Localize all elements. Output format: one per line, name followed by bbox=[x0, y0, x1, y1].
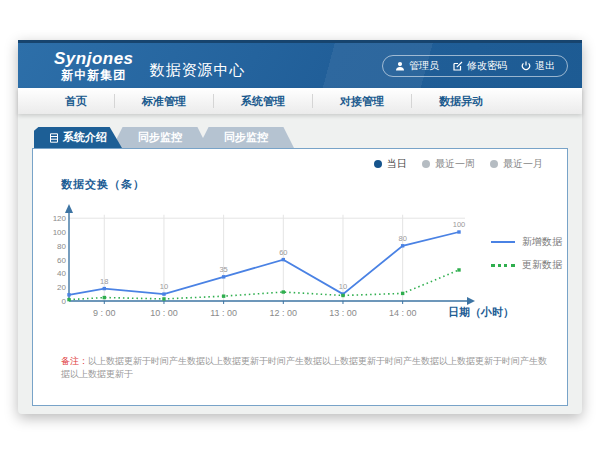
chart-series-line-1 bbox=[69, 270, 459, 300]
line-chart-svg: 0204060801001209 : 0010 : 0011 : 0012 : … bbox=[53, 198, 493, 328]
chart-legend: 新增数据更新数据 bbox=[491, 235, 562, 272]
user-menu-item-label: 管理员 bbox=[409, 59, 439, 73]
tab-bar: 系统介绍同步监控同步监控 bbox=[32, 127, 568, 148]
chart-point-value-label: 80 bbox=[398, 234, 406, 243]
filter-radio-2[interactable]: 最近一月 bbox=[490, 157, 543, 171]
tab-1[interactable]: 同步监控 bbox=[112, 127, 208, 148]
chart-data-point bbox=[282, 258, 285, 261]
footnote-label: 备注： bbox=[61, 356, 88, 366]
chart-data-point bbox=[341, 294, 344, 297]
chart-y-tick-label: 20 bbox=[57, 283, 66, 292]
nav-item-4[interactable]: 数据异动 bbox=[412, 94, 510, 108]
chart-y-tick-label: 0 bbox=[62, 297, 67, 306]
chart-y-tick-label: 120 bbox=[53, 214, 67, 223]
chart-data-point bbox=[222, 275, 225, 278]
chart-data-point bbox=[103, 296, 106, 299]
chart-x-tick-label: 10 : 00 bbox=[150, 308, 178, 318]
tab-label: 同步监控 bbox=[138, 130, 182, 145]
footnote-text: 以上数据更新于时间产生数据以上数据更新于时间产生数据以上数据更新于时间产生数据以… bbox=[61, 356, 547, 379]
tab-label: 系统介绍 bbox=[63, 130, 107, 145]
logo-primary-text: Synjones bbox=[54, 50, 134, 67]
app-window: Synjones 新中新集团 数据资源中心 管理员修改密码退出 首页标准管理系统… bbox=[18, 40, 582, 414]
chart-data-point bbox=[457, 268, 460, 271]
chart-y-tick-label: 80 bbox=[57, 242, 66, 251]
chart-data-point bbox=[282, 290, 285, 293]
chart-x-tick-label: 12 : 00 bbox=[270, 308, 298, 318]
chart-y-axis-title: 数据交换（条） bbox=[61, 177, 145, 192]
chart-y-tick-label: 40 bbox=[57, 269, 66, 278]
user-menu-item-label: 修改密码 bbox=[467, 59, 507, 73]
legend-item-1: 更新数据 bbox=[491, 258, 562, 272]
chart-data-point bbox=[162, 292, 165, 295]
legend-item-0: 新增数据 bbox=[491, 235, 562, 249]
edit-icon bbox=[453, 61, 463, 71]
chart-data-point bbox=[67, 298, 70, 301]
chart-y-tick-label: 60 bbox=[57, 256, 66, 265]
chart-data-point bbox=[222, 294, 225, 297]
user-menu: 管理员修改密码退出 bbox=[382, 55, 568, 77]
chart-y-axis-arrow-icon bbox=[65, 204, 73, 213]
user-icon bbox=[395, 61, 405, 71]
user-menu-item-2[interactable]: 退出 bbox=[521, 59, 555, 73]
chart-data-point bbox=[457, 230, 460, 233]
document-icon bbox=[49, 133, 59, 143]
chart-data-point bbox=[67, 293, 70, 296]
chart-x-axis-arrow-icon bbox=[467, 297, 475, 305]
user-menu-item-1[interactable]: 修改密码 bbox=[453, 59, 507, 73]
filter-label: 最近一周 bbox=[435, 157, 475, 171]
company-logo: Synjones 新中新集团 bbox=[54, 50, 134, 81]
chart-point-value-label: 35 bbox=[219, 265, 227, 274]
chart-data-point bbox=[401, 292, 404, 295]
legend-label: 更新数据 bbox=[522, 258, 562, 272]
filter-label: 当日 bbox=[387, 157, 407, 171]
power-icon bbox=[521, 61, 531, 71]
nav-item-2[interactable]: 系统管理 bbox=[214, 94, 313, 108]
tab-label: 同步监控 bbox=[224, 130, 268, 145]
main-panel: 当日最近一周最近一月 数据交换（条） 0204060801001209 : 00… bbox=[32, 148, 568, 406]
chart-data-point bbox=[103, 287, 106, 290]
page-title: 数据资源中心 bbox=[150, 61, 246, 80]
chart-point-value-label: 100 bbox=[453, 220, 466, 229]
tab-0[interactable]: 系统介绍 bbox=[34, 127, 122, 148]
chart: 0204060801001209 : 0010 : 0011 : 0012 : … bbox=[53, 198, 493, 328]
chart-x-tick-label: 14 : 00 bbox=[389, 308, 417, 318]
filter-radio-0[interactable]: 当日 bbox=[374, 157, 407, 171]
radio-dot-icon bbox=[490, 160, 498, 168]
tab-2[interactable]: 同步监控 bbox=[198, 127, 294, 148]
filter-radio-1[interactable]: 最近一周 bbox=[422, 157, 475, 171]
radio-dot-icon bbox=[374, 160, 382, 168]
radio-dot-icon bbox=[422, 160, 430, 168]
nav-item-0[interactable]: 首页 bbox=[38, 94, 115, 108]
logo-secondary-text: 新中新集团 bbox=[61, 69, 126, 81]
chart-point-value-label: 60 bbox=[279, 248, 287, 257]
chart-x-axis-title: 日期（小时） bbox=[448, 305, 514, 320]
chart-point-value-label: 10 bbox=[339, 282, 347, 291]
chart-point-value-label: 18 bbox=[100, 277, 108, 286]
chart-x-tick-label: 11 : 00 bbox=[210, 308, 237, 318]
legend-line-sample bbox=[491, 264, 515, 267]
chart-point-value-label: 10 bbox=[160, 282, 168, 291]
nav-item-3[interactable]: 对接管理 bbox=[313, 94, 412, 108]
filter-label: 最近一月 bbox=[503, 157, 543, 171]
chart-data-point bbox=[401, 244, 404, 247]
legend-label: 新增数据 bbox=[522, 235, 562, 249]
header: Synjones 新中新集团 数据资源中心 管理员修改密码退出 bbox=[18, 40, 582, 88]
time-range-filters: 当日最近一周最近一月 bbox=[374, 157, 543, 171]
user-menu-item-0[interactable]: 管理员 bbox=[395, 59, 439, 73]
content-area: 系统介绍同步监控同步监控 当日最近一周最近一月 数据交换（条） 02040608… bbox=[18, 114, 582, 414]
footnote: 备注：以上数据更新于时间产生数据以上数据更新于时间产生数据以上数据更新于时间产生… bbox=[61, 355, 549, 380]
chart-x-tick-label: 9 : 00 bbox=[93, 308, 116, 318]
chart-x-tick-label: 13 : 00 bbox=[329, 308, 357, 318]
legend-line-sample bbox=[491, 241, 515, 243]
nav-item-1[interactable]: 标准管理 bbox=[115, 94, 214, 108]
chart-data-point bbox=[162, 297, 165, 300]
chart-y-tick-label: 100 bbox=[53, 228, 67, 237]
user-menu-item-label: 退出 bbox=[535, 59, 555, 73]
main-nav: 首页标准管理系统管理对接管理数据异动 bbox=[18, 88, 582, 114]
